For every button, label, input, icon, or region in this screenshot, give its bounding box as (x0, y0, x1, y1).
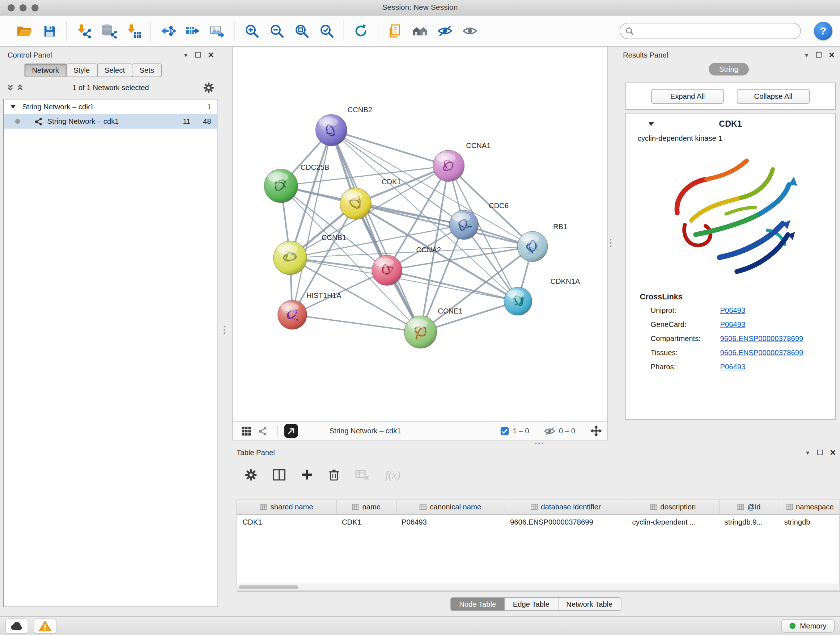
panel-float-icon[interactable] (196, 52, 201, 57)
network-edge-CCNA2-CDKN1A[interactable] (387, 271, 518, 301)
network-edge-CCNB2-HIST1H1A[interactable] (292, 130, 332, 315)
network-from-selection-icon[interactable] (155, 19, 180, 42)
pan-crosshair-icon[interactable] (591, 425, 602, 437)
column-header[interactable]: database identifier (505, 500, 627, 515)
export-image-icon[interactable] (205, 19, 230, 42)
column-header[interactable]: description (627, 500, 719, 515)
column-header[interactable]: canonical name (396, 500, 505, 515)
table-row[interactable]: CDK1 CDK1 P06493 9606.ENSP00000378699 cy… (237, 515, 840, 529)
birds-eye-view-icon[interactable] (238, 423, 255, 439)
panel-close-icon[interactable]: × (208, 51, 214, 59)
column-header[interactable]: namespace (779, 500, 840, 515)
import-network-database-icon[interactable] (96, 19, 121, 42)
memory-button[interactable]: Memory (782, 619, 835, 633)
zoom-selected-icon[interactable] (314, 19, 339, 42)
collapse-icon[interactable] (649, 122, 654, 126)
network-node-CDKN1A[interactable]: CDKN1A (504, 277, 580, 315)
tab-edge-table[interactable]: Edge Table (504, 597, 558, 611)
network-node-CCNA1[interactable]: CCNA1 (433, 141, 491, 182)
search-input[interactable] (637, 27, 801, 36)
column-header[interactable]: shared name (237, 500, 337, 515)
string-network-graph[interactable]: CCNB2CCNA1CDC25BCDK1CDC6RB1CCNB1CCNA2CDK… (233, 48, 607, 422)
help-button[interactable]: ? (814, 22, 832, 40)
expand-all-icon[interactable] (16, 84, 24, 91)
import-table-file-icon[interactable] (121, 19, 146, 42)
crosslink-link[interactable]: 9606.ENSP00000378699 (720, 348, 804, 357)
search-box[interactable] (620, 23, 801, 39)
panel-close-icon[interactable]: × (830, 448, 836, 456)
show-all-networks-icon[interactable] (408, 19, 433, 42)
zoom-in-icon[interactable] (240, 19, 264, 42)
network-node-RB1[interactable]: RB1 (517, 223, 567, 262)
panel-float-icon[interactable] (818, 450, 823, 455)
export-network-button[interactable] (284, 424, 298, 438)
warnings-button[interactable] (34, 618, 57, 633)
network-options-gear-icon[interactable] (204, 82, 214, 93)
tab-sets[interactable]: Sets (132, 64, 162, 78)
delete-icon[interactable] (329, 469, 339, 480)
import-network-file-icon[interactable] (71, 19, 96, 42)
crosslink-link[interactable]: 9606.ENSP00000378699 (720, 334, 804, 343)
node-table[interactable]: shared name name canonical name database… (237, 500, 840, 592)
cell-namespace[interactable]: stringdb (779, 515, 840, 529)
tab-network-table[interactable]: Network Table (557, 597, 621, 611)
gear-icon[interactable] (245, 469, 257, 480)
cell-name[interactable]: CDK1 (336, 515, 396, 529)
cell-id[interactable]: stringdb:9... (719, 515, 779, 529)
cell-database-identifier[interactable]: 9606.ENSP00000378699 (505, 515, 627, 529)
panel-menu-icon[interactable]: ▼ (805, 449, 810, 455)
crosslink-link[interactable]: P06493 (720, 363, 745, 371)
columns-icon[interactable] (273, 469, 286, 480)
panel-close-icon[interactable]: × (829, 51, 835, 59)
tab-select[interactable]: Select (97, 64, 133, 78)
network-node-HIST1H1A[interactable]: HIST1H1A (278, 291, 341, 329)
network-canvas[interactable]: CCNB2CCNA1CDC25BCDK1CDC6RB1CCNB1CCNA2CDK… (233, 48, 607, 422)
expand-all-button[interactable]: Expand All (651, 89, 724, 103)
collapse-all-icon[interactable] (6, 84, 14, 91)
tab-node-table[interactable]: Node Table (450, 597, 505, 611)
panel-menu-icon[interactable]: ▼ (804, 52, 809, 58)
cell-description[interactable]: cyclin-dependent ... (627, 515, 719, 529)
show-hidden-icon[interactable] (458, 19, 483, 42)
column-header[interactable]: @id (719, 500, 779, 515)
network-edge-HIST1H1A-CCNE1[interactable] (292, 315, 420, 332)
left-splitter-grip[interactable] (224, 326, 225, 334)
column-header[interactable]: name (336, 500, 396, 515)
open-session-icon[interactable] (12, 19, 37, 42)
protein-section-header[interactable]: CDK1 (626, 114, 835, 134)
panel-float-icon[interactable] (816, 52, 822, 57)
crosslink-link[interactable]: P06493 (720, 306, 745, 315)
string-tab-badge[interactable]: String (709, 63, 749, 76)
hidden-eye-icon[interactable] (544, 426, 555, 435)
network-edge-CCNB2-CCNA1[interactable] (332, 130, 449, 166)
selected-checkbox-icon[interactable] (500, 426, 509, 435)
scrollbar-thumb[interactable] (239, 585, 298, 589)
cloud-button[interactable] (5, 618, 28, 633)
network-node-CCNA2[interactable]: CCNA2 (372, 246, 441, 285)
zoom-out-icon[interactable] (264, 19, 289, 42)
zoom-fit-icon[interactable] (289, 19, 314, 42)
collapse-icon[interactable] (11, 105, 16, 109)
cell-canonical-name[interactable]: P06493 (396, 515, 505, 529)
cell-shared-name[interactable]: CDK1 (237, 515, 337, 529)
right-splitter-grip[interactable] (610, 239, 612, 247)
network-node-CCNE1[interactable]: CCNE1 (404, 307, 463, 348)
network-collection-row[interactable]: String Network – cdk1 1 (4, 100, 218, 114)
bottom-splitter-grip[interactable] (535, 443, 543, 445)
apply-layout-icon[interactable] (348, 19, 373, 42)
network-share-icon[interactable] (255, 423, 271, 439)
horizontal-scrollbar[interactable] (237, 584, 840, 591)
add-row-icon[interactable] (302, 469, 313, 480)
tab-network[interactable]: Network (25, 64, 66, 78)
documentation-icon[interactable] (383, 19, 408, 42)
save-session-icon[interactable] (37, 19, 62, 42)
collapse-all-button[interactable]: Collapse All (737, 89, 810, 103)
panel-menu-icon[interactable]: ▼ (183, 52, 188, 58)
network-edge-CCNB2-CCNE1[interactable] (332, 130, 421, 332)
tab-style[interactable]: Style (66, 64, 97, 78)
network-row-selected[interactable]: String Network – cdk1 11 48 (4, 114, 218, 129)
table-from-network-icon[interactable] (180, 19, 205, 42)
crosslink-link[interactable]: P06493 (720, 320, 745, 329)
hide-unselected-icon[interactable] (433, 19, 458, 42)
network-edge-CCNB2-RB1[interactable] (332, 130, 532, 247)
